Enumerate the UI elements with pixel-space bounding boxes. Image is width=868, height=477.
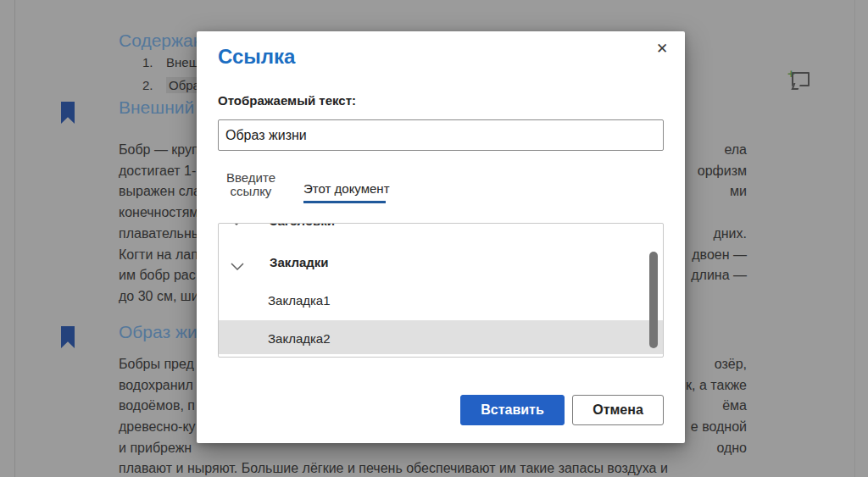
chevron-down-icon <box>231 223 242 229</box>
tab-this-document[interactable]: Этот документ <box>303 181 386 203</box>
insert-button[interactable]: Вставить <box>460 395 565 425</box>
chevron-down-icon <box>231 258 244 274</box>
bookmark-icon <box>61 102 75 124</box>
bookmark-icon <box>61 326 75 348</box>
document-targets-listbox: Заголовки Закладки Закладка1 Закладка2 <box>218 223 664 358</box>
list-group-headings[interactable]: Заголовки <box>219 223 663 237</box>
list-group-bookmarks[interactable]: Закладки <box>219 247 663 276</box>
dialog-title: Ссылка <box>218 45 295 69</box>
cancel-button[interactable]: Отмена <box>572 395 664 425</box>
toc-item-number: 1. <box>142 55 166 69</box>
list-item-bookmark1[interactable]: Закладка1 <box>219 283 663 315</box>
display-text-label: Отображаемый текст: <box>218 93 356 108</box>
listbox-scrollbar-thumb[interactable] <box>649 252 658 348</box>
display-text-input[interactable] <box>218 119 664 151</box>
paragraph-line: плавают и ныряют. Большие лёгкие и печен… <box>119 461 747 476</box>
add-comment-icon[interactable]: + <box>788 70 812 96</box>
close-icon[interactable]: ✕ <box>651 38 673 60</box>
list-item-bookmark2-selected[interactable]: Закладка2 <box>219 320 663 354</box>
link-dialog: Ссылка ✕ Отображаемый текст: Введите ссы… <box>197 31 685 443</box>
toc-item-number: 2. <box>142 78 166 92</box>
tab-enter-link[interactable]: Введите ссылку <box>222 171 280 198</box>
